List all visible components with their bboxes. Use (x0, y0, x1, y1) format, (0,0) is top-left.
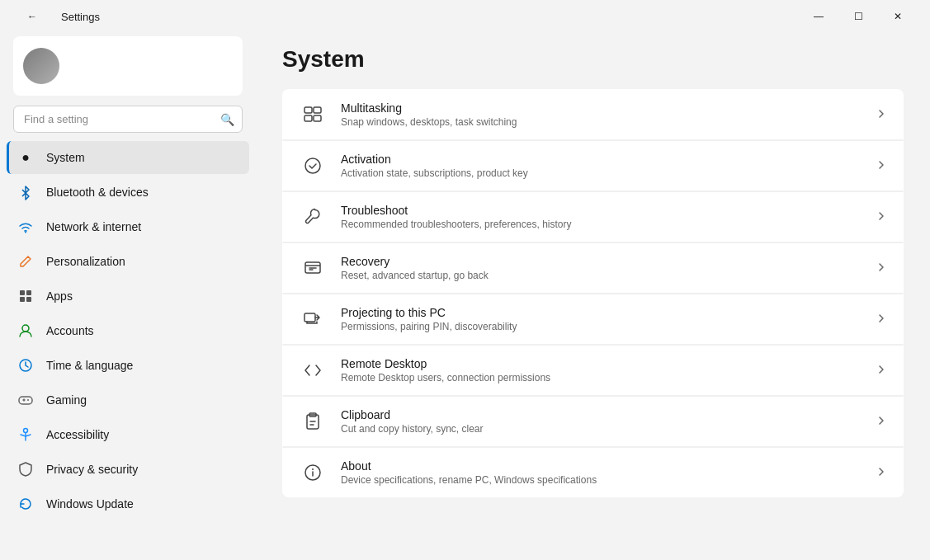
recovery-desc: Reset, advanced startup, go back (341, 270, 862, 281)
sidebar-item-accounts[interactable]: Accounts (7, 314, 249, 347)
sidebar-item-label-apps: Apps (46, 289, 73, 303)
system-icon: ● (17, 148, 35, 167)
recovery-chevron-icon (876, 262, 886, 275)
svg-point-9 (24, 429, 28, 433)
sidebar-item-network[interactable]: Network & internet (7, 210, 249, 243)
network-icon (17, 218, 35, 236)
sidebar-item-label-time: Time & language (46, 359, 133, 372)
multitasking-title: Multitasking (341, 101, 862, 115)
clipboard-desc: Cut and copy history, sync, clear (341, 423, 862, 435)
sidebar-item-update[interactable]: Windows Update (7, 487, 249, 520)
projecting-desc: Permissions, pairing PIN, discoverabilit… (341, 321, 862, 332)
svg-rect-4 (26, 297, 31, 302)
svg-rect-1 (20, 290, 25, 295)
svg-rect-11 (314, 107, 321, 113)
sidebar-item-label-network: Network & internet (46, 220, 141, 233)
sidebar: 🔍 ●SystemBluetooth & devicesNetwork & in… (0, 30, 256, 560)
troubleshoot-icon (300, 204, 326, 230)
personalization-icon (17, 252, 35, 271)
sidebar-item-label-accounts: Accounts (46, 324, 94, 337)
activation-icon (300, 153, 326, 179)
about-title: About (341, 459, 862, 473)
sidebar-item-bluetooth[interactable]: Bluetooth & devices (7, 176, 249, 209)
remotedesktop-title: Remote Desktop (341, 357, 862, 370)
clipboard-title: Clipboard (341, 408, 862, 421)
search-icon: 🔍 (220, 113, 234, 126)
svg-point-20 (312, 468, 314, 470)
settings-item-remotedesktop[interactable]: Remote DesktopRemote Desktop users, conn… (282, 345, 904, 396)
troubleshoot-title: Troubleshoot (341, 204, 862, 217)
activation-title: Activation (341, 153, 862, 166)
sidebar-item-system[interactable]: ●System (7, 141, 249, 174)
svg-rect-16 (304, 313, 315, 322)
recovery-icon (300, 255, 326, 281)
multitasking-icon (300, 101, 326, 128)
back-button[interactable]: ← (13, 5, 51, 28)
settings-item-recovery[interactable]: RecoveryReset, advanced startup, go back (282, 242, 904, 294)
privacy-icon (17, 460, 35, 478)
remotedesktop-desc: Remote Desktop users, connection permiss… (341, 372, 862, 384)
svg-point-8 (27, 399, 29, 401)
sidebar-item-gaming[interactable]: Gaming (7, 384, 249, 416)
sidebar-item-privacy[interactable]: Privacy & security (7, 453, 249, 486)
activation-chevron-icon (876, 160, 886, 172)
sidebar-item-apps[interactable]: Apps (7, 280, 249, 313)
title-bar: ← Settings — ☐ ✕ (0, 0, 930, 30)
sidebar-nav: ●SystemBluetooth & devicesNetwork & inte… (0, 139, 256, 560)
projecting-chevron-icon (876, 313, 886, 326)
troubleshoot-chevron-icon (876, 211, 886, 224)
title-bar-left: ← Settings (13, 5, 100, 28)
about-chevron-icon (876, 467, 886, 479)
recovery-title: Recovery (341, 255, 862, 268)
update-icon (17, 495, 35, 513)
settings-item-about[interactable]: AboutDevice specifications, rename PC, W… (282, 447, 904, 497)
avatar (23, 48, 59, 84)
svg-rect-10 (304, 107, 312, 113)
svg-rect-7 (19, 397, 32, 404)
close-button[interactable]: ✕ (879, 5, 917, 28)
app-title: Settings (61, 11, 100, 23)
settings-item-troubleshoot[interactable]: TroubleshootRecommended troubleshooters,… (282, 191, 904, 242)
settings-item-projecting[interactable]: Projecting to this PCPermissions, pairin… (282, 294, 904, 345)
search-input[interactable] (13, 106, 243, 133)
clipboard-icon (300, 408, 326, 435)
settings-item-clipboard[interactable]: ClipboardCut and copy history, sync, cle… (282, 396, 904, 447)
main-content: System MultitaskingSnap windows, desktop… (256, 30, 930, 560)
about-desc: Device specifications, rename PC, Window… (341, 474, 862, 486)
multitasking-chevron-icon (876, 109, 886, 121)
svg-point-5 (22, 325, 29, 332)
sidebar-item-time[interactable]: Time & language (7, 349, 249, 382)
maximize-button[interactable]: ☐ (839, 5, 877, 28)
bluetooth-icon (17, 183, 35, 201)
window-controls: — ☐ ✕ (800, 5, 917, 28)
svg-rect-3 (20, 297, 25, 302)
projecting-icon (300, 306, 326, 332)
svg-point-14 (305, 158, 320, 173)
accessibility-icon (17, 426, 35, 444)
sidebar-item-accessibility[interactable]: Accessibility (7, 418, 249, 451)
gaming-icon (17, 391, 35, 409)
sidebar-item-label-bluetooth: Bluetooth & devices (46, 186, 149, 199)
sidebar-item-label-update: Windows Update (46, 497, 134, 511)
settings-item-multitasking[interactable]: MultitaskingSnap windows, desktops, task… (282, 89, 904, 140)
settings-list: MultitaskingSnap windows, desktops, task… (282, 89, 904, 497)
multitasking-desc: Snap windows, desktops, task switching (341, 116, 862, 128)
search-container: 🔍 (13, 106, 243, 133)
activation-desc: Activation state, subscriptions, product… (341, 167, 862, 179)
app-container: 🔍 ●SystemBluetooth & devicesNetwork & in… (0, 30, 930, 560)
settings-item-activation[interactable]: ActivationActivation state, subscription… (282, 140, 904, 191)
sidebar-item-label-personalization: Personalization (46, 255, 125, 268)
minimize-button[interactable]: — (800, 5, 838, 28)
remotedesktop-icon (300, 357, 326, 384)
profile-card[interactable] (13, 36, 243, 96)
about-icon (300, 459, 326, 486)
clipboard-chevron-icon (876, 416, 886, 428)
remotedesktop-chevron-icon (876, 365, 886, 377)
accounts-icon (17, 322, 35, 340)
apps-icon (17, 287, 35, 305)
sidebar-item-label-system: System (46, 151, 85, 164)
sidebar-item-personalization[interactable]: Personalization (7, 245, 249, 278)
sidebar-item-label-gaming: Gaming (46, 393, 87, 407)
time-icon (17, 356, 35, 374)
svg-point-0 (25, 232, 26, 233)
